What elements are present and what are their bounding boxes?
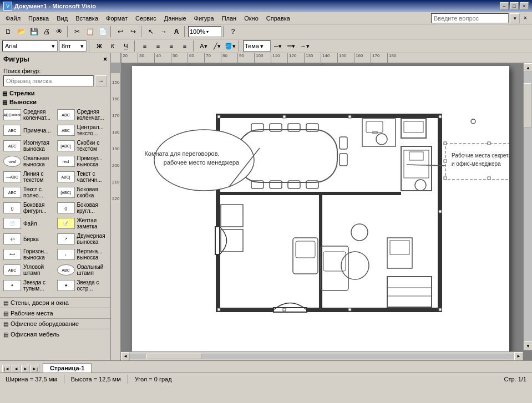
scroll-right-button[interactable]: ► — [514, 352, 523, 361]
line-color-button[interactable]: ╱▾ — [211, 40, 223, 52]
page-first-button[interactable]: |◄ — [2, 365, 11, 373]
menu-format[interactable]: Формат — [103, 14, 131, 23]
shape-search-input[interactable] — [3, 75, 94, 86]
menu-edit[interactable]: Правка — [25, 14, 52, 23]
shape-item-13[interactable]: () Боковая кругл... — [56, 201, 109, 215]
italic-button[interactable]: К — [107, 40, 119, 52]
sidebar-cat-workplaces[interactable]: ▤ Рабочие места — [0, 308, 110, 318]
shape-item-10[interactable]: ABC Текст с полно... — [2, 185, 55, 200]
page-tab-1[interactable]: Страница-1 — [43, 363, 92, 373]
font-color-button[interactable]: A▾ — [197, 40, 210, 52]
save-button[interactable]: 💾 — [28, 25, 40, 38]
menu-view[interactable]: Вид — [53, 14, 71, 23]
menu-window[interactable]: Окно — [241, 14, 262, 23]
drawing-canvas[interactable]: Комната для переговоров, рабочее место м… — [121, 63, 532, 360]
print-preview-button[interactable]: 👁 — [53, 25, 65, 38]
horizontal-scrollbar[interactable]: ◄ ► — [121, 351, 523, 360]
sidebar-cat-furniture[interactable]: ▤ Офисная мебель — [0, 329, 110, 339]
help-button[interactable]: ? — [227, 25, 239, 38]
shape-item-19[interactable]: ↕ Вертика... выноска — [56, 247, 109, 262]
close-button[interactable]: × — [520, 2, 529, 10]
line-style-button[interactable]: ─▾ — [272, 40, 284, 52]
help-search-arrow[interactable]: ▾ — [510, 13, 520, 23]
copy-button[interactable]: 📋 — [84, 25, 96, 38]
font-dropdown[interactable]: Arial ▾ — [2, 40, 58, 52]
menu-insert[interactable]: Вставка — [72, 14, 102, 23]
theme-button[interactable]: Тема ▾ — [243, 40, 271, 52]
vscroll-thumb[interactable] — [524, 83, 531, 127]
hscroll-thumb[interactable] — [146, 354, 202, 359]
maximize-button[interactable]: □ — [510, 2, 519, 10]
shape-item-23[interactable]: ★ Звезда с остр... — [56, 278, 109, 293]
align-left-button[interactable]: ≡ — [139, 40, 151, 52]
shape-item-22[interactable]: ✦ Звезда с тупым... — [2, 278, 55, 293]
menu-service[interactable]: Сервис — [132, 14, 160, 23]
minimize-button[interactable]: − — [500, 2, 509, 10]
shape-item-8[interactable]: —ABC Линия с текстом — [2, 170, 55, 184]
shape-search-go-button[interactable]: → — [95, 75, 107, 86]
connect-button[interactable]: → — [158, 25, 170, 38]
pointer-button[interactable]: ↖ — [145, 25, 157, 38]
undo-button[interactable]: ↩ — [114, 25, 126, 38]
cut-button[interactable]: ✂ — [71, 25, 83, 38]
shape-item-20[interactable]: ABC Угловой штамп — [2, 263, 55, 277]
shape-item-7[interactable]: rect Прямоуг... выноска — [56, 154, 109, 169]
scroll-down-button[interactable]: ▼ — [524, 341, 532, 350]
print-button[interactable]: 🖨 — [40, 25, 53, 38]
help-search-close[interactable]: × — [521, 14, 530, 23]
sidebar-close-button[interactable]: × — [103, 55, 107, 63]
shape-item-2[interactable]: ABC Примеча... — [2, 123, 55, 137]
open-button[interactable]: 📂 — [15, 25, 27, 38]
zoom-dropdown[interactable]: 100% ▾ — [188, 26, 221, 37]
scroll-left-button[interactable]: ◄ — [121, 352, 130, 361]
align-right-button[interactable]: ≡ — [165, 40, 178, 52]
shape-item-0[interactable]: ABCkolenk Средняя коленчат... — [2, 108, 55, 122]
menu-data[interactable]: Данные — [161, 14, 190, 23]
sidebar-section-arrows[interactable]: ▤ Стрелки — [0, 89, 110, 98]
fontsize-dropdown[interactable]: 8пт ▾ — [59, 40, 87, 52]
shape-item-16[interactable]: 🏷 Бирка — [2, 232, 55, 246]
shape-item-11[interactable]: {ABC} Боковая скобка — [56, 185, 109, 200]
shape-item-15[interactable]: 📝 Желтая заметка — [56, 216, 109, 231]
shape-item-14[interactable]: 📄 Файл — [2, 216, 55, 231]
menu-plan[interactable]: План — [219, 14, 240, 23]
shape-icon-19: ↕ — [57, 249, 75, 260]
shape-item-3[interactable]: ABC Централ... тексто... — [56, 123, 109, 137]
shape-item-18[interactable]: ⟷ Горизон... выноска — [2, 247, 55, 262]
shape-item-9[interactable]: ABC| Текст с частичн... — [56, 170, 109, 184]
page-prev-button[interactable]: ◄ — [12, 365, 21, 373]
shape-item-5[interactable]: [ABC] Скобки с текстом — [56, 139, 109, 153]
shape-item-1[interactable]: ABC Средняя коленчат... — [56, 108, 109, 122]
title-bar: V Документ1 - Microsoft Visio − □ × — [0, 0, 532, 12]
line-weight-button[interactable]: ═▾ — [285, 40, 297, 52]
help-search-input[interactable] — [431, 13, 509, 23]
text-button[interactable]: A — [170, 25, 183, 38]
paste-button[interactable]: 📄 — [97, 25, 109, 38]
sidebar-section-callouts[interactable]: ▤ Выноски — [0, 98, 110, 106]
menu-shape[interactable]: Фигура — [191, 14, 217, 23]
page-next-button[interactable]: ► — [21, 365, 30, 373]
line-ends-button[interactable]: →▾ — [298, 40, 311, 52]
bold-button[interactable]: Ж — [93, 40, 105, 52]
vertical-scrollbar[interactable]: ▲ ▼ — [523, 63, 532, 350]
redo-button[interactable]: ↪ — [127, 25, 139, 38]
justify-button[interactable]: ≡ — [179, 40, 191, 52]
shape-item-21[interactable]: ABC Овальный штамп — [56, 263, 109, 277]
status-width: Ширина = 37,5 мм — [3, 376, 59, 382]
shape-item-6[interactable]: oval Овальная выноска — [2, 154, 55, 169]
sidebar-cat-walls[interactable]: ▤ Стены, двери и окна — [0, 297, 110, 308]
shape-item-12[interactable]: {} Боковая фигурн... — [2, 201, 55, 215]
menu-file[interactable]: Файл — [2, 14, 24, 23]
align-center-button[interactable]: ≡ — [152, 40, 164, 52]
menu-help[interactable]: Справка — [263, 14, 293, 23]
hscroll-track[interactable] — [130, 354, 514, 359]
fill-color-button[interactable]: 🪣▾ — [224, 40, 236, 52]
scroll-up-button[interactable]: ▲ — [524, 63, 532, 72]
shape-item-4[interactable]: ABC Изогнутая выноска — [2, 139, 55, 153]
sidebar-cat-equipment[interactable]: ▤ Офисное оборудование — [0, 318, 110, 329]
vscroll-track[interactable] — [524, 72, 532, 341]
shape-item-17[interactable]: ↗ Двумерная выноска — [56, 232, 109, 246]
page-last-button[interactable]: ►| — [31, 365, 39, 373]
new-button[interactable]: 🗋 — [2, 25, 14, 38]
underline-button[interactable]: Ч — [120, 40, 132, 52]
